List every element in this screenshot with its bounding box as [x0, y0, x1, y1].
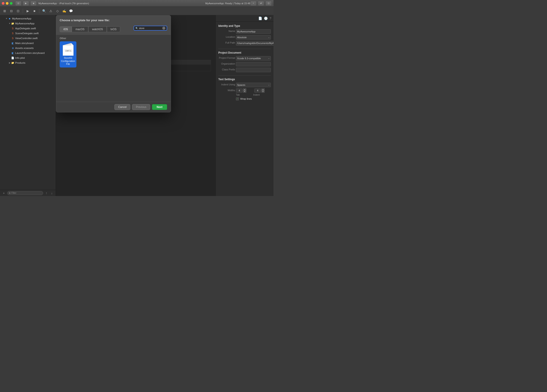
history-icon[interactable]: 🕐 — [264, 17, 268, 20]
minimize-button[interactable] — [6, 2, 8, 5]
tab-value: 4 — [236, 89, 243, 93]
name-label: Name — [218, 29, 235, 32]
sidebar-item-viewcontroller[interactable]: S ViewController.swift — [0, 36, 56, 41]
sidebar-item-appdelegate[interactable]: S AppDelegate.swift — [0, 26, 56, 31]
sidebar: ▼ ■ MyAwesomeApp ▼ 📁 MyAwesomeApp S AppD… — [0, 15, 56, 196]
project-section-title: Project Document — [218, 51, 271, 54]
storyboard-icon: ◧ — [11, 41, 14, 45]
project-format-select[interactable]: Xcode 9.3-compatible ⌄ — [236, 56, 271, 61]
toolbar-warning[interactable]: ⚠ — [48, 8, 54, 14]
swift-icon: S — [11, 27, 14, 30]
toolbar-comment[interactable]: 💬 — [68, 8, 74, 14]
sidebar-item-assets[interactable]: ⊕ Assets.xcassets — [0, 46, 56, 50]
indent-using-value: Spaces — [237, 83, 245, 86]
sidebar-toggle-button[interactable]: ⊟ — [15, 1, 21, 6]
status-bar: MyAwesomeApp: Ready | Today at 15:48 — [205, 2, 250, 5]
sidebar-item-label-folder: MyAwesomeApp — [15, 22, 34, 25]
sidebar-item-project[interactable]: ▼ ■ MyAwesomeApp — [0, 16, 56, 21]
tab-tvos[interactable]: tvOS — [107, 26, 120, 32]
search-clear-button[interactable]: ✕ — [162, 27, 165, 30]
toolbar-diamond[interactable]: ◇ — [55, 8, 60, 14]
project-name: MyAwesomeApp — [38, 2, 57, 5]
location-label: Location — [218, 35, 235, 38]
title-bar-right: + ⇄ ⊡ — [250, 1, 272, 6]
sidebar-label-launchscreen: LaunchScreen.storyboard — [15, 52, 45, 54]
storyboard-icon-2: ◧ — [11, 51, 14, 55]
tab-decrement-button[interactable]: ▼ — [243, 90, 246, 93]
project-format-value: Xcode 9.3-compatible — [237, 57, 261, 60]
sidebar-label-scenedelegate: SceneDelegate.swift — [15, 32, 39, 35]
stop-button[interactable]: ■ — [30, 1, 37, 6]
indent-using-select[interactable]: Spaces ⌄ — [236, 83, 271, 87]
title-bar: ⊟ ▶ ■ MyAwesomeApp › iPod touch (7th gen… — [0, 0, 274, 7]
fullpath-row: Full Path /Users/markgoldin/Documents/My… — [218, 41, 271, 46]
next-button[interactable]: Next — [152, 104, 167, 110]
maximize-button[interactable] — [10, 2, 13, 5]
identity-section-title: Identity and Type — [218, 24, 271, 28]
toolbar-separator — [23, 9, 23, 13]
separator-1 — [218, 49, 271, 49]
class-prefix-input[interactable] — [236, 68, 271, 72]
previous-button[interactable]: Previous — [132, 104, 150, 110]
sidebar-label-mainstoryboard: Main.storyboard — [15, 42, 34, 44]
location-row: Location Absolute ⌄ — [218, 35, 271, 40]
tab-stepper-buttons: ▲ ▼ — [243, 89, 246, 93]
sidebar-up-button[interactable]: ↑ — [44, 191, 48, 195]
name-input[interactable]: MyAwesomeApp — [236, 29, 271, 34]
toolbar: ⊞ ⊟ ⊡ ▶ ■ 🔍 ⚠ ◇ ✍ 💬 — [0, 7, 274, 15]
tab-macos[interactable]: macOS — [72, 26, 88, 32]
sidebar-down-button[interactable]: ↓ — [50, 191, 54, 195]
right-panel-header: 📄 🕐 ? — [216, 15, 274, 22]
location-arrow-icon: ⌄ — [268, 36, 270, 38]
location-select[interactable]: Absolute ⌄ — [236, 35, 271, 40]
plist-icon: 📄 — [11, 56, 14, 59]
cancel-button[interactable]: Cancel — [114, 104, 130, 110]
toolbar-separator-2 — [39, 9, 39, 13]
toolbar-btn-3[interactable]: ⊡ — [15, 8, 21, 14]
traffic-lights — [2, 2, 13, 5]
modal-body: Other CONFIG — [56, 35, 171, 102]
sidebar-label-products: Products — [15, 62, 25, 64]
toolbar-btn-1[interactable]: ⊞ — [2, 8, 8, 14]
sidebar-item-scenedelegate[interactable]: S SceneDelegate.swift — [0, 31, 56, 36]
close-button[interactable] — [2, 2, 5, 5]
tab-increment-button[interactable]: ▲ — [243, 89, 246, 90]
indent-value: 4 — [254, 89, 261, 93]
template-search-field[interactable]: 🔍 store ✕ — [134, 26, 167, 31]
modal-title: Choose a template for your new file: — [60, 19, 167, 22]
indent-stepper-buttons: ▲ ▼ — [261, 89, 265, 93]
toolbar-stop[interactable]: ■ — [32, 8, 37, 14]
modal-header: Choose a template for your new file: iOS… — [56, 15, 171, 35]
file-item-storekit[interactable]: CONFIG StoreKit Configuration File — [60, 41, 76, 68]
sidebar-item-folder[interactable]: ▼ 📁 MyAwesomeApp — [0, 21, 56, 26]
sidebar-item-infoplist[interactable]: 📄 Info.plist — [0, 55, 56, 60]
filter-box: ⊞ Filter — [7, 191, 43, 195]
tab-ios[interactable]: iOS — [60, 26, 72, 32]
indent-decrement-button[interactable]: ▼ — [261, 90, 265, 93]
tab-watchos[interactable]: watchOS — [88, 26, 107, 32]
main-layout: ▼ ■ MyAwesomeApp ▼ 📁 MyAwesomeApp S AppD… — [0, 15, 274, 196]
separator-2 — [218, 75, 271, 76]
modal-footer: Cancel Previous Next — [56, 102, 171, 112]
file-label-storekit: StoreKit Configuration File — [61, 56, 75, 66]
organization-input[interactable] — [236, 62, 271, 66]
toolbar-search[interactable]: 🔍 — [41, 8, 47, 14]
indent-stepper: 4 ▲ ▼ — [254, 89, 265, 93]
filter-label: Filter — [11, 192, 16, 194]
sidebar-item-mainstoryboard[interactable]: ◧ Main.storyboard — [0, 41, 56, 46]
run-button[interactable]: ▶ — [23, 1, 29, 6]
sidebar-label-viewcontroller: ViewController.swift — [15, 37, 38, 40]
add-file-button[interactable]: + — [2, 191, 6, 195]
indent-increment-button[interactable]: ▲ — [261, 89, 265, 90]
sidebar-item-products[interactable]: ▶ 📁 Products — [0, 60, 56, 65]
help-icon[interactable]: ? — [269, 17, 271, 20]
add-button[interactable]: + — [250, 1, 257, 6]
wrap-lines-checkbox[interactable]: ✓ — [236, 97, 239, 100]
sidebar-item-launchscreen[interactable]: ◧ LaunchScreen.storyboard — [0, 50, 56, 55]
file-inspector-icon[interactable]: 📄 — [258, 17, 262, 20]
panel-toggle-button[interactable]: ⊡ — [266, 1, 272, 6]
back-forward-button[interactable]: ⇄ — [258, 1, 264, 6]
toolbar-edit[interactable]: ✍ — [61, 8, 67, 14]
toolbar-btn-2[interactable]: ⊟ — [8, 8, 14, 14]
toolbar-run[interactable]: ▶ — [25, 8, 31, 14]
